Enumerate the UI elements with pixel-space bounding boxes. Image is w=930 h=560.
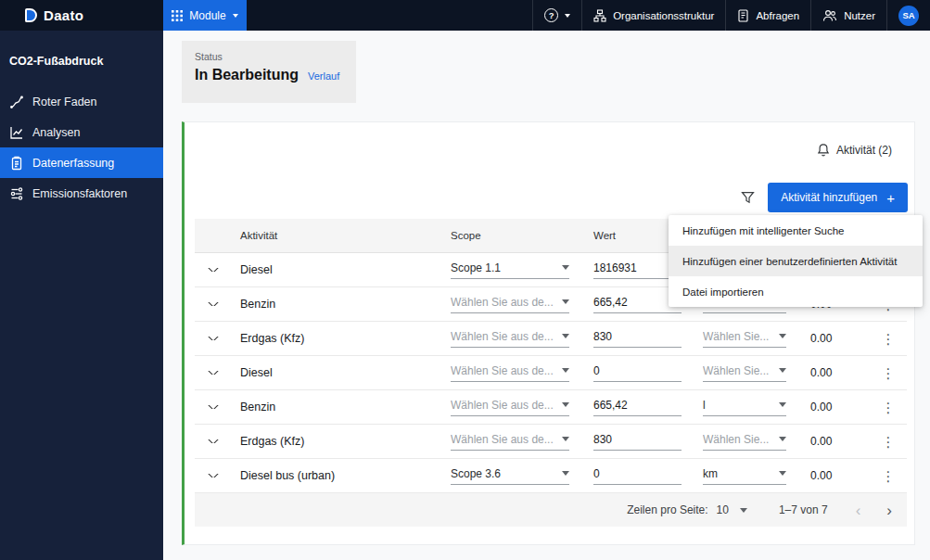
chevron-down-icon (565, 14, 570, 18)
activity-name: Erdgas (Kfz) (231, 435, 441, 448)
module-grid-icon (172, 10, 183, 21)
sidebar-item-roter-faden[interactable]: Roter Faden (0, 86, 163, 117)
activity-badge-label: Aktivität (2) (836, 144, 892, 157)
user-avatar[interactable]: SA (898, 6, 919, 26)
status-label: Status (195, 51, 343, 62)
wert-input[interactable]: 0 (593, 364, 682, 382)
chevron-down-icon (562, 437, 569, 441)
row-expand-icon[interactable] (208, 371, 218, 375)
chevron-down-icon (562, 265, 569, 270)
scope-select[interactable]: Wählen Sie aus de... (451, 296, 569, 313)
users-icon (822, 9, 837, 22)
unit-select[interactable]: Wählen Sie... (703, 330, 786, 348)
row-menu-icon[interactable]: ⋮ (882, 401, 896, 414)
activity-name: Diesel bus (urban) (231, 469, 441, 482)
nav-label: Organisationsstruktur (613, 10, 714, 21)
unit-select[interactable]: km (703, 467, 786, 485)
sidebar-item-label: Emissionsfaktoren (32, 187, 127, 200)
page-range-label: 1–7 von 7 (779, 503, 828, 516)
scope-select[interactable]: Scope 1.1 (451, 261, 569, 279)
scope-select-value: Scope 3.6 (451, 467, 501, 480)
chevron-down-icon (562, 471, 569, 476)
module-button[interactable]: Module (163, 0, 247, 31)
scope-select[interactable]: Wählen Sie aus de... (451, 364, 569, 382)
row-expand-icon[interactable] (208, 405, 218, 409)
row-menu-icon[interactable]: ⋮ (882, 332, 896, 346)
nav-abfragen[interactable]: Abfragen (725, 0, 810, 31)
row-menu-icon[interactable]: ⋮ (882, 366, 896, 380)
app-title: CO2-Fußabdruck (0, 31, 163, 86)
rows-per-page-select[interactable]: 10 (717, 503, 747, 516)
sidebar-item-analysen[interactable]: Analysen (0, 117, 163, 147)
unit-select[interactable]: l (703, 399, 786, 416)
row-menu-icon[interactable]: ⋮ (882, 469, 896, 483)
nav-organisationsstruktur[interactable]: Organisationsstruktur (581, 0, 725, 31)
row-menu-icon[interactable]: ⋮ (882, 435, 896, 449)
sliders-icon (9, 186, 24, 201)
row-expand-icon[interactable] (208, 474, 218, 477)
rows-per-page-value: 10 (717, 503, 729, 516)
prev-page-button[interactable]: ‹ (856, 503, 861, 518)
activity-badge[interactable]: Aktivität (2) (817, 143, 892, 157)
filter-icon[interactable] (741, 191, 755, 204)
avatar-container: SA (886, 0, 930, 31)
scope-select[interactable]: Scope 3.6 (451, 467, 569, 485)
row-expand-icon[interactable] (208, 337, 218, 340)
app-window: Daato Module ? Organisationsstruktur Abf… (0, 0, 930, 560)
scope-select[interactable]: Wählen Sie aus de... (451, 330, 569, 348)
add-activity-button[interactable]: Aktivität hinzufügen + (768, 183, 908, 212)
plus-icon: + (886, 191, 895, 205)
menu-item-import-file[interactable]: Datei importieren (669, 276, 923, 307)
table-row: Benzin Wählen Sie aus de... 665,42 l 0.0… (195, 390, 907, 425)
sidebar-item-label: Analysen (32, 126, 80, 139)
chevron-down-icon (779, 437, 786, 441)
nav-nutzer[interactable]: Nutzer (810, 0, 886, 31)
table-row: Diesel Wählen Sie aus de... 0 Wählen Sie… (195, 356, 907, 390)
scope-select-value: Wählen Sie aus de... (451, 296, 554, 309)
header-scope: Scope (441, 230, 584, 241)
clipboard-icon (9, 156, 24, 171)
row-expand-icon[interactable] (208, 268, 218, 272)
sidebar-item-datenerfassung[interactable]: Datenerfassung (0, 147, 163, 178)
menu-item-custom-activity[interactable]: Hinzufügen einer benutzerdefinierten Akt… (669, 246, 923, 276)
scope-select-value: Wählen Sie aus de... (451, 399, 554, 412)
menu-item-intelligent-search[interactable]: Hinzufügen mit intelligenter Suche (669, 215, 923, 246)
row-expand-icon[interactable] (208, 302, 218, 306)
scope-select-value: Wählen Sie aus de... (451, 364, 554, 377)
scope-select-value: Wählen Sie aus de... (451, 433, 554, 446)
co2-value: 0.00 (801, 435, 870, 448)
wert-input[interactable]: 830 (593, 433, 682, 451)
unit-select-value: Wählen Sie... (703, 364, 769, 377)
help-menu[interactable]: ? (532, 0, 581, 31)
activity-name: Benzin (231, 298, 441, 311)
row-expand-icon[interactable] (208, 439, 218, 443)
wert-input[interactable]: 665,42 (593, 399, 682, 416)
document-icon (737, 9, 749, 22)
chevron-down-icon (562, 334, 569, 338)
next-page-button[interactable]: › (886, 503, 892, 518)
sidebar: CO2-Fußabdruck Roter Faden Analysen Date… (0, 31, 163, 560)
chevron-down-icon (233, 14, 238, 18)
chevron-down-icon (562, 299, 569, 304)
activity-card: Aktivität (2) Aktivität hinzufügen + Akt… (182, 121, 915, 545)
toolbar: Aktivität hinzufügen + (741, 183, 908, 212)
wert-input[interactable]: 830 (593, 330, 682, 348)
co2-value: 0.00 (801, 332, 870, 345)
route-icon (9, 95, 24, 109)
sidebar-item-label: Roter Faden (32, 95, 96, 108)
scope-select[interactable]: Wählen Sie aus de... (451, 433, 569, 451)
unit-select[interactable]: Wählen Sie... (703, 364, 786, 382)
chevron-down-icon (779, 471, 786, 476)
verlauf-link[interactable]: Verlauf (308, 70, 339, 82)
line-chart-icon (9, 125, 24, 140)
add-activity-label: Aktivität hinzufügen (781, 191, 877, 204)
wert-input[interactable]: 0 (593, 467, 682, 485)
brand-logo[interactable]: Daato (0, 0, 163, 31)
unit-select[interactable]: Wählen Sie... (703, 433, 786, 451)
org-structure-icon (593, 9, 606, 22)
sidebar-item-emissionsfaktoren[interactable]: Emissionsfaktoren (0, 178, 163, 209)
status-card: Status In Bearbeitung Verlauf (182, 41, 356, 103)
daato-logo-icon (25, 8, 37, 22)
scope-select[interactable]: Wählen Sie aus de... (451, 399, 569, 416)
table-row: Diesel bus (urban) Scope 3.6 0 km 0.00 ⋮ (195, 459, 907, 493)
